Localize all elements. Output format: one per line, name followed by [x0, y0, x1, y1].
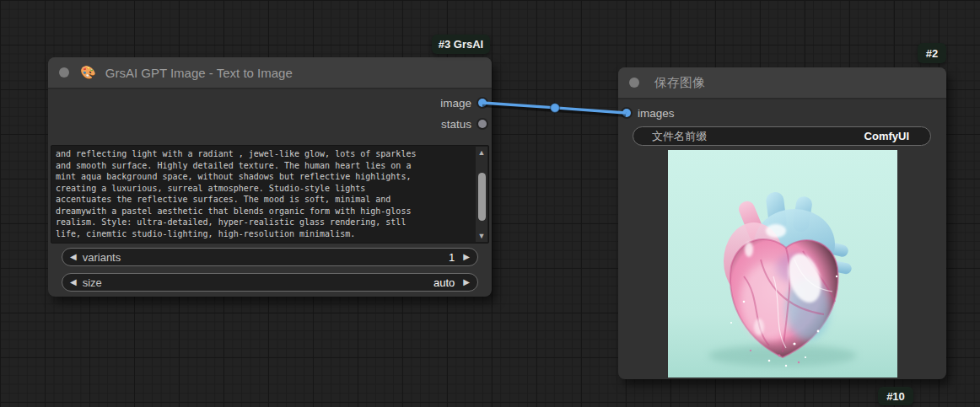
output-slot-image[interactable]: image	[440, 94, 471, 111]
palette-icon: 🎨	[80, 65, 96, 80]
decrement-arrow-icon[interactable]: ◀	[70, 273, 77, 292]
link-midpoint-dot[interactable]	[551, 104, 560, 113]
node-id-badge-bottom: #10	[878, 387, 913, 405]
prompt-textarea[interactable]: and reflecting light with a radiant , je…	[51, 145, 489, 244]
node-id-badge-right: #2	[918, 43, 946, 63]
output-dot-status[interactable]	[478, 120, 487, 128]
widget-size-label: size	[83, 276, 433, 289]
widget-size[interactable]: ◀ size auto ▶	[62, 273, 478, 292]
link-wire[interactable]	[482, 103, 626, 113]
increment-arrow-icon[interactable]: ▶	[463, 273, 470, 292]
node-header[interactable]: 保存图像	[618, 67, 946, 99]
widget-filename-prefix-value[interactable]: ComfyUI	[864, 130, 909, 142]
node-header[interactable]: 🎨 GrsAI GPT Image - Text to Image	[48, 57, 492, 89]
link-wire-shadow	[482, 104, 626, 115]
collapse-dot[interactable]	[629, 78, 639, 88]
decrement-arrow-icon[interactable]: ◀	[70, 248, 77, 266]
input-slot-images[interactable]: images	[638, 104, 675, 121]
image-preview[interactable]	[668, 150, 897, 378]
scroll-up-icon[interactable]: ▲	[476, 147, 487, 158]
output-label-status: status	[441, 118, 471, 131]
input-dot-images[interactable]	[622, 109, 631, 117]
output-dot-image[interactable]	[478, 99, 487, 107]
widget-variants-value[interactable]: 1	[449, 251, 455, 264]
input-label-images: images	[638, 107, 675, 120]
widget-filename-prefix[interactable]: 文件名前缀 ComfyUI	[633, 126, 931, 146]
prompt-scrollbar[interactable]: ▲ ▼	[476, 147, 487, 242]
widget-size-value[interactable]: auto	[433, 276, 455, 289]
node-id-badge-left: #3 GrsAI	[432, 35, 490, 54]
prompt-text[interactable]: and reflecting light with a radiant , je…	[51, 146, 477, 243]
scrollbar-thumb[interactable]	[478, 173, 486, 221]
widget-variants[interactable]: ◀ variants 1 ▶	[62, 248, 478, 266]
node-title: 保存图像	[654, 75, 705, 91]
node-save-image[interactable]: 保存图像 images 文件名前缀 ComfyUI	[618, 67, 946, 379]
output-label-image: image	[440, 97, 471, 110]
scroll-down-icon[interactable]: ▼	[476, 231, 487, 241]
collapse-dot[interactable]	[59, 67, 69, 78]
increment-arrow-icon[interactable]: ▶	[463, 248, 470, 266]
widget-filename-prefix-label: 文件名前缀	[652, 129, 864, 144]
heart-image	[668, 150, 897, 378]
widget-variants-label: variants	[83, 251, 449, 264]
output-slot-status[interactable]: status	[441, 115, 471, 132]
node-grsai-gpt-image[interactable]: 🎨 GrsAI GPT Image - Text to Image image …	[48, 57, 492, 297]
node-title: GrsAI GPT Image - Text to Image	[105, 66, 293, 80]
